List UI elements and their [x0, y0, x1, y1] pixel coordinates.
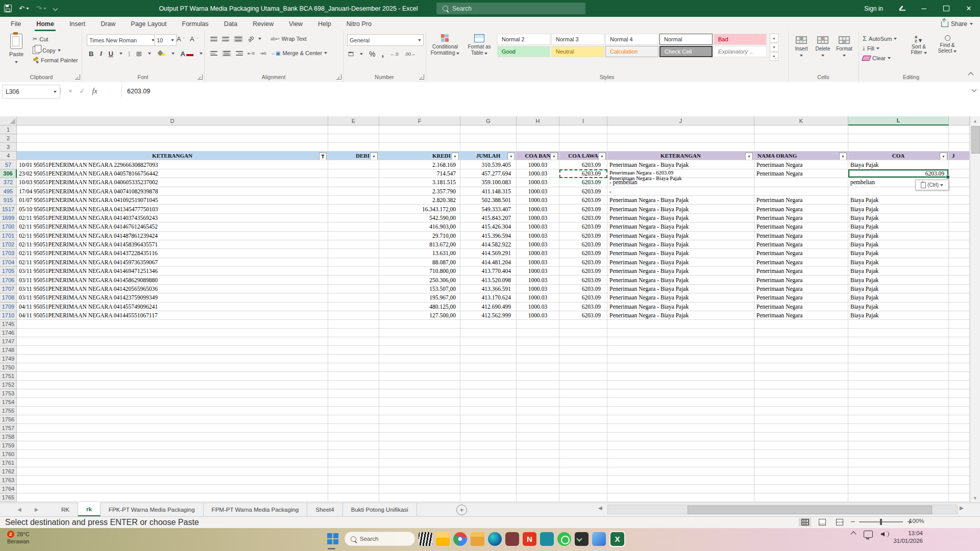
grid-cell[interactable]: [17, 398, 328, 407]
grid-cell[interactable]: [460, 493, 517, 502]
filter-dropdown-icon[interactable]: ▼: [370, 153, 378, 160]
grid-cell[interactable]: 1000.03: [517, 249, 559, 258]
row-header-1756[interactable]: 1756: [0, 415, 17, 424]
grid-cell[interactable]: [379, 459, 460, 467]
grid-cell[interactable]: 813.672,00: [379, 240, 460, 249]
grid-cell[interactable]: [379, 398, 460, 407]
grid-cell[interactable]: [949, 329, 970, 337]
grid-cell[interactable]: [17, 346, 328, 355]
grid-cell[interactable]: 17/04 95051PENERIMAAN NEGARA 04074108293…: [17, 187, 328, 196]
grid-cell[interactable]: [460, 485, 517, 493]
grid-cell[interactable]: [328, 276, 379, 284]
style-normal-2[interactable]: Normal 2: [497, 34, 550, 45]
grid-cell[interactable]: [754, 485, 848, 493]
grid-cell[interactable]: [460, 415, 517, 424]
grid-cell[interactable]: [754, 320, 848, 329]
style-explanatory-[interactable]: Explanatory ...: [714, 46, 767, 57]
sign-in-button[interactable]: Sign in: [856, 0, 891, 17]
edge-icon[interactable]: [488, 532, 502, 546]
sheet-nav-left-icon[interactable]: ◀: [17, 507, 21, 512]
clear-button[interactable]: Clear: [863, 55, 891, 61]
column-header-L[interactable]: L: [848, 116, 949, 126]
grid-cell[interactable]: [559, 476, 607, 485]
app-teal-icon[interactable]: [540, 532, 554, 546]
grid-cell[interactable]: [17, 433, 328, 441]
style-neutral[interactable]: Neutral: [551, 46, 604, 57]
grid-cell[interactable]: [460, 320, 517, 329]
taskbar-weather[interactable]: 2 28°C Berawan: [7, 531, 30, 545]
row-header-1710[interactable]: 1710: [0, 311, 17, 320]
grid-cell[interactable]: [754, 337, 848, 346]
grid-cell[interactable]: [559, 143, 607, 152]
decrease-indent-icon[interactable]: ⇤≡: [248, 51, 255, 56]
grid-cell[interactable]: Penerimaan Negara: [754, 196, 848, 205]
grid-cell[interactable]: [460, 346, 517, 355]
grid-cell[interactable]: 1000.03: [517, 285, 559, 293]
grid-cell[interactable]: JUMLAH▼: [460, 152, 517, 160]
align-bottom-icon[interactable]: [234, 36, 243, 42]
grid-cell[interactable]: [848, 493, 949, 502]
row-header-1708[interactable]: 1708: [0, 293, 17, 302]
grid-cell[interactable]: [559, 415, 607, 424]
grid-cell[interactable]: [379, 126, 460, 134]
grid-cell[interactable]: 02/11 95051PENERIMAAN NEGARA 04145973635…: [17, 258, 328, 267]
grid-cell[interactable]: [328, 160, 379, 169]
grid-cell[interactable]: [559, 467, 607, 476]
grid-cell[interactable]: [848, 372, 949, 381]
italic-button[interactable]: I: [100, 49, 102, 58]
font-dialog-launcher-icon[interactable]: [198, 74, 203, 80]
grid-cell[interactable]: [754, 389, 848, 398]
align-center-icon[interactable]: [222, 50, 231, 57]
grid-cell[interactable]: 05/10 95051PENERIMAAN NEGARA 04134547775…: [17, 205, 328, 213]
grid-cell[interactable]: 250.306,00: [379, 276, 460, 284]
grid-cell[interactable]: 6203.09: [559, 169, 607, 178]
column-header-I[interactable]: I: [559, 116, 607, 126]
row-header-1701[interactable]: 1701: [0, 232, 17, 240]
orientation-icon[interactable]: ab: [247, 35, 255, 43]
grid-cell[interactable]: Biaya Pajak: [848, 249, 949, 258]
row-header-57[interactable]: 57: [0, 160, 17, 169]
grid-cell[interactable]: [328, 450, 379, 459]
grid-cell[interactable]: [517, 337, 559, 346]
grid-cell[interactable]: [328, 222, 379, 231]
grid-cell[interactable]: Penerimaan Negara: [754, 293, 848, 302]
undo-button[interactable]: ↶: [19, 5, 29, 12]
grid-cell[interactable]: [754, 476, 848, 485]
row-header-1759[interactable]: 1759: [0, 441, 17, 450]
grid-cell[interactable]: [754, 329, 848, 337]
hscroll-left-icon[interactable]: ◀: [598, 505, 602, 511]
grid-cell[interactable]: [17, 415, 328, 424]
style-normal-3[interactable]: Normal 3: [551, 34, 604, 45]
grid-cell[interactable]: [460, 126, 517, 134]
menu-tab-page-layout[interactable]: Page Layout: [123, 17, 174, 31]
grid-cell[interactable]: [559, 485, 607, 493]
bold-button[interactable]: B: [89, 50, 93, 58]
decrease-decimal-icon[interactable]: .00→: [404, 52, 415, 57]
grid-cell[interactable]: [559, 450, 607, 459]
grid-cell[interactable]: [328, 485, 379, 493]
sheet-tab-fpk-pt-warna-media-packaging[interactable]: FPK-PT Warna Media Packaging: [101, 503, 204, 516]
increase-decimal-icon[interactable]: ←.0: [390, 52, 399, 57]
grid-cell[interactable]: [607, 485, 754, 493]
grid-cell[interactable]: [754, 355, 848, 363]
grid-cell[interactable]: [379, 493, 460, 502]
decrease-font-icon[interactable]: Aˇ: [190, 35, 198, 43]
grid-cell[interactable]: [754, 178, 848, 187]
grid-cell[interactable]: 1000.03: [517, 258, 559, 267]
grid-cell[interactable]: 413.170.624: [460, 293, 517, 302]
grid-cell[interactable]: 1000.03: [517, 240, 559, 249]
grid-cell[interactable]: [460, 450, 517, 459]
style-normal-4[interactable]: Normal 4: [605, 34, 658, 45]
grid-cell[interactable]: 153.507,00: [379, 285, 460, 293]
grid-cell[interactable]: [848, 485, 949, 493]
alignment-dialog-launcher-icon[interactable]: [336, 74, 341, 80]
font-name-combo[interactable]: Times New Roman: [87, 34, 157, 46]
page-break-view-icon[interactable]: [834, 518, 846, 527]
grid-cell[interactable]: [379, 355, 460, 363]
grid-cell[interactable]: [848, 143, 949, 152]
grid-cell[interactable]: [328, 169, 379, 178]
grid-cell[interactable]: [848, 415, 949, 424]
grid-cell[interactable]: 412.690.499: [460, 303, 517, 311]
grid-cell[interactable]: Penerimaan Negara: [754, 214, 848, 222]
grid-cell[interactable]: [517, 433, 559, 441]
